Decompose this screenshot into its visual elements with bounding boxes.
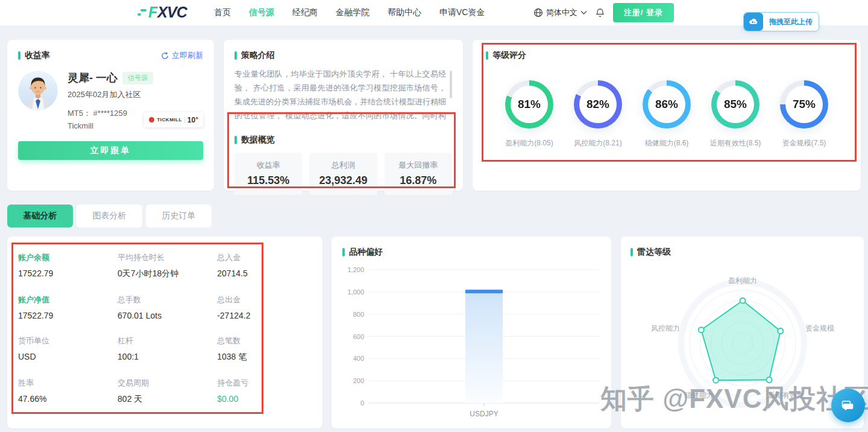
gauge-ring: 86%	[643, 80, 691, 129]
svg-text:200: 200	[353, 377, 364, 384]
nav-item-help[interactable]: 帮助中心	[388, 7, 421, 18]
svg-text:资金规模: 资金规模	[805, 324, 834, 332]
bar-chart-section-title: 品种偏好	[339, 247, 604, 258]
zhihu-watermark: 知乎 @FXVC风投社区	[600, 381, 868, 417]
rating-gauges: 81% 盈利能力(8.05) 82% 风控能力(8.21) 86% 稳健能力(8…	[486, 80, 848, 148]
svg-text:0: 0	[360, 399, 364, 407]
bell-icon[interactable]	[595, 8, 605, 18]
svg-text:400: 400	[353, 355, 364, 362]
stat-leverage: 杠杆100:1	[118, 335, 217, 363]
title-accent-bar	[342, 248, 345, 256]
drag-upload-label: 拖拽至此上传	[763, 17, 819, 27]
scrollbar-thumb[interactable]	[450, 71, 452, 98]
nav-menu: 首页 信号源 经纪商 金融学院 帮助中心 申请VC资金	[214, 0, 485, 25]
stat-total-lots: 总手数670.01 Lots	[118, 294, 217, 320]
logo-text: XVC	[157, 4, 186, 21]
strategy-card: 策略介绍 专业量化团队，均毕业于国内外顶尖学府， 十年以上交易经验， 齐心打造，…	[224, 40, 463, 191]
rating-card: 等级评分 81% 盈利能力(8.05) 82% 风控能力(8.21) 86% 稳…	[473, 40, 861, 191]
strategy-section-title: 策略介绍	[234, 50, 452, 61]
analysis-tabs: 基础分析 图表分析 历史订单	[7, 205, 212, 227]
broker-name: Tickmill	[68, 120, 127, 133]
title-accent-bar	[486, 51, 488, 60]
symbol-preference-card: 品种偏好 02004006008001,0001,200USDJPY	[332, 237, 611, 428]
svg-text:1,000: 1,000	[347, 288, 364, 296]
profile-section-title: 收益率	[18, 50, 50, 61]
language-selector[interactable]: 简体中文	[533, 7, 587, 18]
overview-stat-profit: 总利润 23,932.49	[309, 153, 377, 195]
register-login-button[interactable]: 注册/ 登录	[613, 3, 674, 22]
title-accent-bar	[234, 136, 237, 144]
overview-stat-return: 收益率 115.53%	[234, 153, 302, 195]
follow-now-button[interactable]: 立即跟单	[18, 141, 203, 160]
account-number: MT5： #****1259	[68, 107, 127, 120]
svg-text:USDJPY: USDJPY	[470, 410, 498, 418]
cloud-upload-icon	[744, 13, 763, 31]
rating-section-title: 等级评分	[486, 50, 848, 61]
top-navbar: F XVC 首页 信号源 经纪商 金融学院 帮助中心 申请VC资金 简体中文 注…	[0, 0, 868, 25]
svg-text:600: 600	[353, 333, 364, 340]
stat-trading-period: 交易周期802 天	[118, 378, 217, 405]
svg-text:风控能力: 风控能力	[651, 324, 680, 332]
chevron-down-icon	[580, 10, 587, 15]
gauge-fund-size: 75% 资金规模(7.5)	[770, 80, 838, 148]
tab-basic-analysis[interactable]: 基础分析	[7, 205, 73, 227]
title-accent-bar	[631, 248, 633, 256]
trader-name: 灵犀- 一心	[68, 71, 118, 85]
stat-avg-holding-time: 平均持仓时长0天7小时18分钟	[118, 252, 217, 279]
refresh-link[interactable]: 立即刷新	[161, 50, 203, 61]
nav-item-vc-funding[interactable]: 申请VC资金	[439, 7, 485, 18]
tab-history-orders[interactable]: 历史订单	[146, 205, 212, 227]
nav-item-home[interactable]: 首页	[214, 7, 231, 18]
tickmill-badge: TICKMILL 10●	[144, 112, 203, 127]
stat-currency: 货币单位USD	[18, 335, 118, 363]
chat-widget-button[interactable]	[831, 389, 865, 422]
gauge-risk-control: 82% 风控能力(8.21)	[564, 80, 632, 148]
svg-text:800: 800	[353, 311, 364, 318]
stat-win-rate: 胜率47.66%	[18, 378, 118, 405]
stat-balance: 账户余额17522.79	[18, 252, 118, 279]
title-accent-bar	[18, 51, 20, 60]
chat-bubbles-icon	[840, 398, 856, 413]
tab-chart-analysis[interactable]: 图表分析	[77, 205, 142, 227]
gauge-ring: 85%	[711, 80, 760, 129]
stat-total-trades: 总笔数1038 笔	[217, 335, 312, 363]
avatar	[18, 71, 58, 110]
gauge-ring: 82%	[574, 80, 622, 129]
tickmill-logo-icon	[149, 117, 154, 122]
stat-equity: 账户净值17522.79	[18, 294, 118, 320]
gauge-ring: 81%	[505, 80, 553, 129]
data-overview-section: 数据概览 收益率 115.53% 总利润 23,932.49 最大回撤率 16.…	[234, 135, 452, 195]
joined-date: 2025年02月加入社区	[68, 89, 203, 100]
gauge-stability: 86% 稳健能力(8.6)	[633, 80, 700, 148]
language-label: 简体中文	[546, 7, 577, 18]
stat-floating-pnl: 持仓盈亏$0.00	[217, 378, 312, 405]
nav-item-brokers[interactable]: 经纪商	[292, 7, 318, 18]
gauge-recent-effectiveness: 85% 近期有效性(8.5)	[702, 80, 769, 148]
svg-text:盈利能力: 盈利能力	[728, 276, 757, 285]
overview-section-title: 数据概览	[234, 135, 452, 145]
logo-dots-icon	[140, 9, 146, 16]
stat-total-deposit: 总入金20714.5	[217, 252, 312, 279]
stat-total-withdrawal: 总出金-27124.2	[217, 294, 312, 320]
logo-f: F	[148, 4, 157, 21]
symbol-preference-bar-chart: 02004006008001,0001,200USDJPY	[339, 261, 604, 424]
nav-right: 简体中文 注册/ 登录	[533, 0, 674, 25]
profile-card: 收益率 立即刷新	[7, 40, 214, 191]
fxvc-logo[interactable]: F XVC	[140, 4, 187, 21]
overview-stat-drawdown: 最大回撤率 16.87%	[385, 153, 452, 195]
stats-grid: 账户余额17522.79 平均持仓时长0天7小时18分钟 总入金20714.5 …	[18, 252, 312, 405]
nav-item-signals[interactable]: 信号源	[249, 7, 274, 18]
gauge-profitability: 81% 盈利能力(8.05)	[495, 80, 563, 148]
gauge-ring: 75%	[780, 80, 828, 129]
signal-source-badge: 信号源	[122, 72, 153, 84]
refresh-label: 立即刷新	[172, 50, 203, 61]
drag-upload-button[interactable]: 拖拽至此上传	[743, 12, 819, 31]
nav-item-academy[interactable]: 金融学院	[336, 7, 370, 18]
account-stats-card: 账户余额17522.79 平均持仓时长0天7小时18分钟 总入金20714.5 …	[7, 237, 322, 428]
refresh-icon	[161, 52, 169, 60]
strategy-description: 专业量化团队，均毕业于国内外顶尖学府， 十年以上交易经验， 齐心打造，采用最先进…	[234, 67, 452, 122]
svg-text:1,200: 1,200	[347, 266, 364, 273]
globe-icon	[533, 8, 543, 17]
radar-section-title: 雷达等级	[627, 247, 858, 258]
title-accent-bar	[234, 51, 237, 60]
